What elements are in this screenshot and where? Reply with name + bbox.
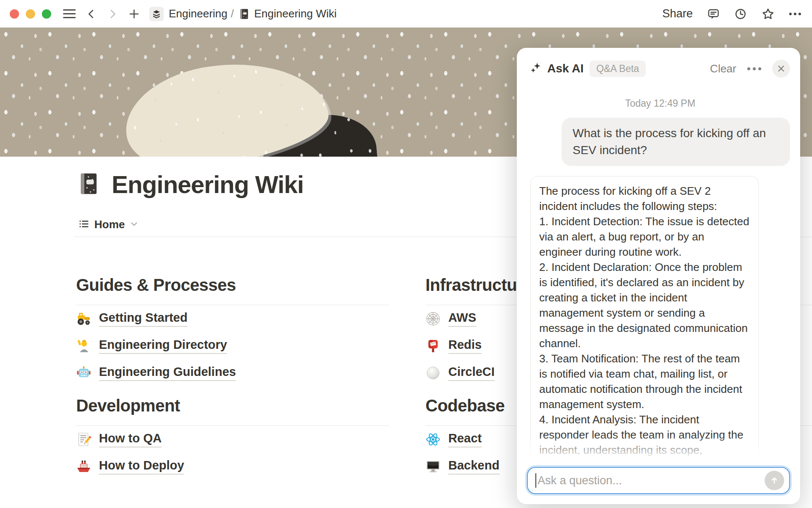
wiki-link-engineering-directory[interactable]: Engineering Directory [76, 332, 389, 359]
send-button[interactable] [765, 471, 784, 490]
workspace-layers-icon[interactable] [149, 7, 164, 21]
list-view-icon [78, 218, 89, 231]
monitor-icon [425, 459, 441, 474]
section-guides-processes: Guides & Processes Getting Started Engin… [76, 275, 389, 387]
ask-question-box[interactable] [527, 467, 790, 494]
spider-web-icon [425, 311, 441, 326]
wiki-link-label: Engineering Guidelines [99, 365, 236, 381]
memo-pencil-icon [76, 432, 91, 447]
close-icon [777, 64, 785, 73]
wiki-link-how-to-qa[interactable]: How to QA [76, 426, 389, 453]
chevron-down-icon [130, 220, 138, 230]
panel-more-options-icon[interactable] [747, 67, 761, 70]
qa-beta-badge: Q&A Beta [590, 61, 646, 77]
tractor-icon [76, 311, 91, 326]
wiki-link-how-to-deploy[interactable]: How to Deploy [76, 453, 389, 480]
chat-timestamp: Today 12:49 PM [530, 98, 790, 109]
notebook-icon[interactable] [76, 171, 101, 198]
ship-icon [76, 459, 91, 474]
page-title: Engineering Wiki [112, 170, 304, 199]
ask-ai-title: Ask AI [547, 62, 584, 75]
comment-icon[interactable] [707, 8, 720, 20]
postbox-icon [425, 338, 441, 353]
text-caret [535, 473, 536, 488]
share-button[interactable]: Share [662, 7, 693, 20]
history-clock-icon[interactable] [734, 8, 747, 20]
more-options-icon[interactable] [789, 13, 801, 15]
close-button[interactable] [772, 60, 790, 77]
wiki-link-label: Redis [448, 338, 482, 354]
arrow-up-icon [769, 475, 779, 486]
traffic-light-zoom[interactable] [42, 9, 51, 19]
traffic-light-minimize[interactable] [26, 9, 35, 19]
wiki-link-engineering-guidelines[interactable]: Engineering Guidelines [76, 359, 389, 387]
section-heading: Development [76, 396, 389, 415]
ai-answer-text: The process for kicking off a SEV 2 inci… [539, 183, 750, 463]
wiki-link-label: How to QA [99, 431, 162, 447]
ai-answer-card: The process for kicking off a SEV 2 inci… [530, 176, 759, 463]
white-circle-icon [425, 365, 441, 381]
section-heading: Guides & Processes [76, 275, 389, 295]
traffic-light-close[interactable] [10, 9, 19, 19]
ask-question-input[interactable] [538, 474, 765, 487]
section-development: Development How to QA How to Deploy [76, 396, 389, 480]
wiki-link-label: Backend [448, 458, 499, 475]
clear-button[interactable]: Clear [710, 62, 736, 75]
forward-icon[interactable] [107, 8, 118, 19]
back-icon[interactable] [86, 8, 97, 19]
wiki-link-label: Engineering Directory [99, 338, 227, 354]
menu-icon[interactable] [63, 9, 76, 18]
ask-ai-chat-area: Today 12:49 PM What is the process for k… [517, 83, 800, 463]
sparkle-icon [529, 61, 542, 76]
wiki-link-label: CircleCI [448, 365, 495, 381]
breadcrumb-separator: / [231, 7, 234, 20]
wiki-link-label: React [448, 431, 482, 447]
cover-cream-fabric-patch [119, 53, 333, 157]
wiki-link-label: How to Deploy [99, 458, 184, 475]
breadcrumb: Engineering / Engineering Wiki [169, 7, 337, 20]
ask-ai-panel: Ask AI Q&A Beta Clear Today 12:49 PM Wha… [517, 48, 800, 504]
robot-icon [76, 365, 91, 381]
wiki-link-label: Getting Started [99, 311, 187, 327]
notebook-icon [238, 8, 250, 20]
breadcrumb-page[interactable]: Engineering Wiki [254, 7, 337, 20]
ask-ai-header: Ask AI Q&A Beta Clear [517, 48, 800, 83]
plus-icon[interactable] [128, 8, 140, 20]
react-atom-icon [425, 432, 441, 447]
wiki-link-label: AWS [448, 311, 476, 327]
tab-home-label: Home [94, 218, 125, 231]
window-toolbar: Engineering / Engineering Wiki Share [0, 0, 812, 28]
favorite-star-icon[interactable] [761, 7, 775, 21]
ask-ai-input-row [517, 463, 800, 504]
person-raising-hand-icon [76, 338, 91, 353]
wiki-link-getting-started[interactable]: Getting Started [76, 305, 389, 332]
breadcrumb-workspace[interactable]: Engineering [169, 7, 228, 20]
user-question-bubble: What is the process for kicking off an S… [562, 118, 790, 166]
